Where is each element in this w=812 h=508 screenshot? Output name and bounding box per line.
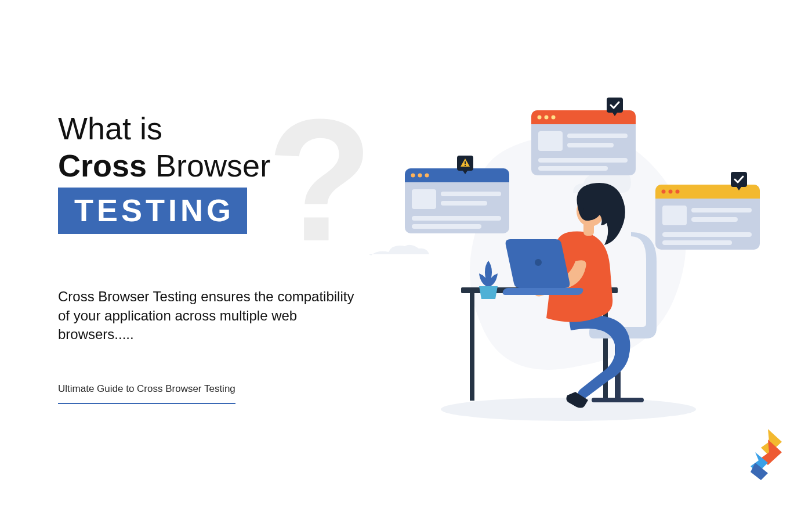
- svg-rect-31: [607, 98, 623, 113]
- svg-rect-22: [531, 118, 636, 124]
- svg-rect-30: [538, 166, 608, 171]
- desk-leg: [470, 293, 474, 401]
- svg-rect-16: [412, 224, 481, 229]
- svg-rect-40: [691, 217, 738, 222]
- svg-rect-19: [465, 165, 466, 166]
- browser-window-orange: [531, 98, 636, 175]
- svg-point-25: [552, 116, 556, 120]
- svg-rect-28: [567, 143, 614, 147]
- svg-point-37: [676, 190, 680, 194]
- svg-point-36: [669, 190, 673, 194]
- svg-point-10: [418, 174, 422, 178]
- cloud-icon: [369, 245, 429, 255]
- left-column: ? What is Cross Browser TESTING Cross Br…: [58, 110, 360, 404]
- svg-rect-38: [662, 206, 687, 225]
- svg-point-4: [582, 208, 584, 210]
- svg-rect-41: [662, 232, 752, 237]
- svg-rect-18: [465, 161, 466, 164]
- description: Cross Browser Testing ensures the compat…: [58, 287, 360, 344]
- svg-rect-1: [592, 398, 644, 402]
- svg-rect-34: [655, 193, 760, 199]
- title-line2-rest: Browser: [147, 148, 270, 183]
- svg-rect-26: [538, 131, 563, 151]
- svg-rect-14: [441, 201, 487, 206]
- title-boxed: TESTING: [58, 188, 247, 234]
- svg-rect-39: [691, 208, 752, 212]
- browser-window-yellow: [655, 172, 760, 250]
- svg-point-11: [425, 174, 429, 178]
- svg-point-23: [538, 116, 542, 120]
- svg-rect-13: [441, 192, 501, 196]
- svg-rect-42: [662, 240, 732, 245]
- svg-point-5: [535, 259, 542, 266]
- svg-point-35: [662, 190, 666, 194]
- svg-rect-12: [412, 189, 436, 209]
- svg-point-24: [545, 116, 549, 120]
- brand-logo: [751, 429, 785, 481]
- svg-rect-29: [538, 158, 628, 163]
- svg-rect-15: [412, 216, 501, 221]
- hero-illustration: [360, 87, 777, 435]
- svg-rect-8: [405, 176, 509, 182]
- svg-rect-43: [731, 172, 747, 187]
- title-bold: Cross: [58, 148, 147, 183]
- title-line1: What is: [58, 111, 162, 146]
- svg-rect-27: [567, 134, 628, 138]
- subtitle-link[interactable]: Ultimate Guide to Cross Browser Testing: [58, 383, 235, 404]
- svg-point-9: [411, 174, 415, 178]
- main-title: What is Cross Browser TESTING: [58, 110, 360, 234]
